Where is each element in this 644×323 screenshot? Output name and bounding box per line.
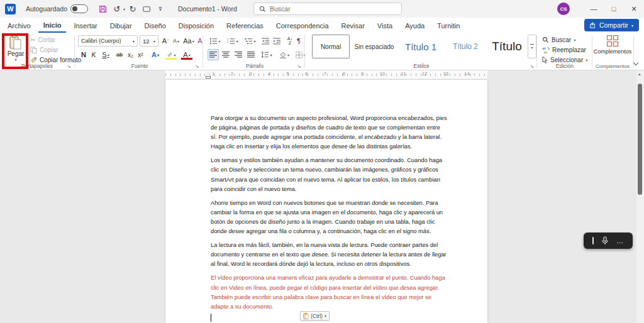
- ribbon-tab-bar: Archivo Inicio Insertar Dibujar Diseño D…: [0, 18, 644, 33]
- tab-disposicion[interactable]: Disposición: [174, 19, 219, 32]
- find-icon: [542, 36, 549, 43]
- show-marks-button[interactable]: ¶: [294, 35, 303, 47]
- search-box[interactable]: [253, 3, 402, 15]
- maximize-icon[interactable]: □: [604, 0, 624, 18]
- chevron-down-icon: ▾: [133, 39, 135, 43]
- highlighter-icon: [166, 52, 173, 58]
- borders-button[interactable]: ▾: [293, 49, 308, 60]
- minimize-icon[interactable]: —: [584, 0, 604, 18]
- tab-referencias[interactable]: Referencias: [221, 19, 269, 32]
- tab-insertar[interactable]: Insertar: [69, 19, 102, 32]
- autosave-toggle[interactable]: [70, 4, 88, 13]
- tab-correspondencia[interactable]: Correspondencia: [271, 19, 334, 32]
- share-button[interactable]: Compartir ▾: [584, 19, 639, 31]
- numbering-button[interactable]: 12 ▾: [225, 35, 240, 47]
- scroll-up-icon[interactable]: ▲: [638, 72, 641, 76]
- font-color-button[interactable]: A▾: [180, 49, 194, 60]
- save-icon[interactable]: [97, 3, 109, 15]
- word-logo: W: [5, 4, 16, 14]
- avatar[interactable]: CS: [557, 3, 570, 15]
- paste-dropdown-icon[interactable]: ▾: [14, 57, 16, 62]
- addins-button[interactable]: Complementos: [596, 35, 629, 63]
- tab-inicio[interactable]: Inicio: [38, 18, 67, 33]
- undo-dropdown-icon[interactable]: ▾: [123, 7, 125, 11]
- align-center-icon: [222, 52, 230, 58]
- subscript-button[interactable]: x₂: [126, 49, 135, 60]
- font-group-label: Fuente: [77, 63, 203, 69]
- multilevel-list-button[interactable]: ▾: [243, 35, 258, 47]
- copy-button[interactable]: Copiar: [30, 45, 58, 55]
- close-icon[interactable]: ✕: [624, 0, 644, 18]
- replace-button[interactable]: abac Reemplazar: [542, 45, 586, 55]
- marker-icon[interactable]: [140, 3, 153, 15]
- strikethrough-button[interactable]: ab: [114, 49, 125, 60]
- highlight-color-button[interactable]: ▾: [164, 49, 178, 60]
- style-sin-espaciado[interactable]: Sin espaciado: [352, 35, 396, 58]
- align-left-button[interactable]: [208, 49, 219, 60]
- numbered-list-icon: 12: [227, 38, 235, 45]
- tab-archivo[interactable]: Archivo: [3, 19, 36, 32]
- paragraph-dialog-launcher-icon[interactable]: ↘: [297, 63, 301, 69]
- undo-icon[interactable]: ↺: [111, 3, 123, 15]
- cut-button[interactable]: ✂ Cortar: [30, 35, 55, 45]
- tab-diseno[interactable]: Diseño: [140, 19, 171, 32]
- text-effects-button[interactable]: A▾: [148, 49, 162, 60]
- decrease-indent-button[interactable]: [260, 35, 270, 47]
- shading-button[interactable]: ▾: [277, 49, 292, 60]
- font-dialog-launcher-icon[interactable]: ↘: [195, 63, 199, 69]
- align-center-button[interactable]: [220, 49, 231, 60]
- document-area: Para otorgar a su documento un aspecto p…: [0, 79, 644, 323]
- paragraph[interactable]: La lectura es más fácil, también, en la …: [211, 241, 447, 269]
- scrollbar-thumb[interactable]: [638, 84, 642, 195]
- style-titulo-1[interactable]: Título 1: [398, 35, 443, 58]
- bold-button[interactable]: N: [79, 49, 88, 60]
- tab-revisar[interactable]: Revisar: [336, 19, 370, 32]
- paste-button[interactable]: Pegar ▾: [5, 35, 26, 66]
- search-icon: [259, 6, 266, 13]
- style-normal[interactable]: Normal: [312, 35, 350, 58]
- toolbar-handle: [592, 237, 594, 244]
- italic-button[interactable]: K: [89, 49, 98, 60]
- paragraph[interactable]: Los temas y estilos también ayudan a man…: [211, 156, 447, 194]
- microphone-icon[interactable]: [601, 236, 609, 245]
- underline-button[interactable]: S▾: [99, 49, 112, 60]
- tab-turnitin[interactable]: Turnitin: [432, 19, 465, 32]
- superscript-button[interactable]: x²: [136, 49, 145, 60]
- horizontal-ruler[interactable]: 1234567891011121314: [165, 70, 487, 79]
- justify-button[interactable]: [245, 49, 257, 60]
- quick-access-toolbar: ↺ ▾ ↻ ⊽: [97, 3, 167, 15]
- font-family-select[interactable]: Calibri (Cuerpo)▾: [78, 35, 138, 47]
- vertical-scrollbar[interactable]: ▲: [636, 70, 644, 323]
- more-options-icon[interactable]: …: [616, 237, 624, 244]
- document-page[interactable]: Para otorgar a su documento un aspecto p…: [165, 80, 487, 323]
- tab-ayuda[interactable]: Ayuda: [400, 19, 430, 32]
- autosave-label: Autoguardado: [26, 5, 67, 13]
- paragraph[interactable]: Para otorgar a su documento un aspecto p…: [211, 114, 447, 151]
- shrink-font-button[interactable]: A▾: [171, 35, 181, 47]
- redo-icon[interactable]: ↻: [126, 3, 139, 15]
- font-size-select[interactable]: 12▾: [140, 35, 158, 47]
- tab-dibujar[interactable]: Dibujar: [105, 19, 137, 32]
- tab-vista[interactable]: Vista: [372, 19, 397, 32]
- bullets-button[interactable]: ▾: [208, 35, 223, 47]
- dictation-toolbar[interactable]: …: [584, 233, 633, 249]
- change-case-button[interactable]: Aa▾: [182, 35, 195, 47]
- collapse-ribbon-icon[interactable]: [633, 60, 639, 66]
- indent-marker[interactable]: [206, 70, 211, 79]
- search-input[interactable]: [270, 5, 383, 13]
- qat-more-icon[interactable]: ⊽: [154, 3, 167, 15]
- align-right-button[interactable]: [233, 49, 244, 60]
- find-button[interactable]: Buscar ▾: [542, 35, 575, 45]
- line-spacing-button[interactable]: ▾: [259, 49, 274, 60]
- style-titulo[interactable]: Título: [487, 35, 526, 58]
- paste-options-button[interactable]: (Ctrl) ▾: [300, 311, 330, 320]
- paragraph[interactable]: Ahorre tiempo en Word con nuevos botones…: [211, 199, 447, 236]
- grow-font-button[interactable]: Aˆ: [160, 35, 170, 47]
- styles-dialog-launcher-icon[interactable]: ↘: [530, 63, 534, 69]
- increase-indent-button[interactable]: [272, 35, 282, 47]
- clipboard-dialog-launcher-icon[interactable]: ↘: [67, 63, 71, 69]
- style-titulo-2[interactable]: Título 2: [445, 35, 486, 58]
- right-indent-marker[interactable]: [470, 74, 475, 77]
- paragraph-red[interactable]: El vídeo proporciona una manera eficaz p…: [211, 273, 447, 311]
- styles-gallery-more-button[interactable]: ▾: [528, 35, 536, 58]
